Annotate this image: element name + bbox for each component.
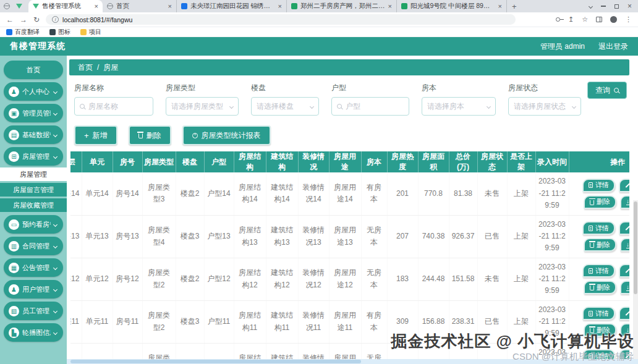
user-icon: ♟ [9, 87, 19, 97]
row-delete-button[interactable]: 删除 [584, 323, 616, 337]
sidebar-item-6[interactable]: ▥合同管理 [4, 237, 63, 255]
add-button[interactable]: + 新增 [74, 125, 117, 145]
edit-icon [625, 268, 629, 273]
filter-select[interactable]: 请选择房屋类型 [166, 97, 239, 116]
unlist-button[interactable]: ↓下架 [620, 323, 629, 337]
password-key-icon[interactable] [556, 17, 560, 22]
tab-close-icon[interactable]: × [168, 2, 172, 10]
trash-icon [138, 133, 143, 138]
unlist-button[interactable]: ↓下架 [620, 195, 629, 209]
sidebar-item-0[interactable]: 首页 [4, 61, 63, 79]
sidebar-subitem-1[interactable]: 房屋留言管理 [0, 183, 67, 197]
table-cell: 楼盘2 [176, 172, 204, 215]
report-button[interactable]: 房屋类型统计报表 [182, 125, 271, 145]
side-panel-icon[interactable] [596, 17, 602, 22]
horizontal-scrollbar [67, 359, 638, 364]
horizontal-scrollbar-thumb[interactable] [70, 360, 361, 363]
filter-input-field[interactable] [88, 102, 148, 111]
filter-input-field[interactable] [346, 102, 404, 111]
close-window-icon[interactable]: × [627, 2, 632, 11]
globe-icon[interactable] [4, 3, 10, 9]
breadcrumb-home[interactable]: 首页 [78, 62, 93, 73]
sidebar-item-8[interactable]: ♟用户管理 [4, 280, 63, 298]
select-placeholder: 请选择房本 [427, 101, 464, 112]
filter-label: 房屋类型 [166, 83, 239, 93]
tab-close-icon[interactable]: × [278, 2, 282, 10]
table-cell: 楼盘3 [176, 300, 204, 343]
browser-tab-1[interactable]: 首页× [103, 0, 177, 12]
browser-tab-2[interactable]: 未央璟江南园田花园 锦绣三居× [177, 0, 287, 12]
minimize-icon[interactable] [601, 6, 606, 6]
tab-close-icon[interactable]: × [388, 2, 392, 10]
filter-select[interactable]: 请选择房屋状态 [508, 97, 581, 116]
detail-icon [589, 268, 593, 274]
logout-link[interactable]: 退出登录 [598, 41, 628, 52]
sidebar-subitem-2[interactable]: 房屋收藏管理 [0, 198, 67, 212]
site-info-icon[interactable]: i [52, 16, 59, 23]
edit-button[interactable]: 修改 [619, 179, 629, 192]
action-buttons: 详情修改删除↓下架 [571, 221, 630, 252]
table-cell: 建筑结构11 [266, 300, 298, 343]
bookmark-star-icon[interactable]: ☆ [582, 15, 588, 23]
sidebar-item-7[interactable]: ▦公告管理 [4, 258, 63, 277]
browser-tab-4[interactable]: 阳光城9号院 中间楼层 89平三居× [397, 0, 507, 12]
profile-avatar[interactable] [610, 16, 617, 23]
detail-button[interactable]: 详情 [582, 221, 615, 235]
vue-icon[interactable] [16, 4, 22, 9]
table-cell: 单元11 [82, 300, 113, 343]
url-bar[interactable]: i localhost:8081/#/fangwu [46, 14, 516, 25]
restore-icon[interactable] [615, 4, 619, 9]
browser-tab-3[interactable]: 郑州二手房房产网，郑州二手房× [287, 0, 397, 12]
sidebar-item-4[interactable]: ⊞房屋管理 [4, 147, 63, 166]
new-tab-button[interactable]: + [512, 2, 517, 11]
filter-select[interactable]: 请选择房本 [422, 97, 496, 116]
detail-button[interactable]: 详情 [582, 179, 615, 192]
column-header: 单元 [82, 151, 113, 172]
back-icon[interactable]: ← [6, 15, 14, 24]
table-cell: 户型12 [204, 258, 234, 300]
row-delete-button[interactable]: 删除 [584, 195, 616, 209]
filter-input[interactable] [74, 97, 153, 116]
sidebar-item-3[interactable]: ▤基础数据管理 [4, 125, 63, 144]
pinned-tabs [4, 3, 22, 9]
share-icon[interactable]: ↥ [568, 15, 574, 23]
row-delete-icon [590, 243, 594, 248]
detail-button[interactable]: 详情 [582, 264, 615, 277]
edit-button[interactable]: 修改 [619, 264, 629, 277]
unlist-button[interactable]: ↓下架 [620, 281, 629, 294]
unlist-icon: ↓ [626, 327, 629, 334]
sidebar-item-9[interactable]: ▧员工管理 [4, 302, 63, 320]
chrome-menu-chevron-icon[interactable] [589, 4, 593, 8]
unlist-button[interactable]: ↓下架 [620, 238, 629, 252]
bookmark-2[interactable]: 项目 [80, 28, 101, 36]
edit-button[interactable]: 修改 [619, 221, 629, 235]
tab-close-icon[interactable]: × [95, 2, 98, 10]
sidebar-item-10[interactable]: ▙轮播图信息 [4, 323, 63, 342]
vertical-scrollbar-thumb[interactable] [634, 201, 637, 294]
forward-icon[interactable]: → [20, 15, 27, 24]
tab-close-icon[interactable]: × [498, 2, 502, 10]
table-cell: 装修情况13 [298, 215, 329, 258]
sidebar-item-2[interactable]: ▣管理员管理 [4, 104, 63, 122]
edit-button[interactable]: 修改 [619, 307, 629, 320]
refresh-icon[interactable]: ↻ [33, 15, 40, 24]
row-delete-button[interactable]: 删除 [584, 281, 616, 294]
current-user-label: 管理员 admin [540, 41, 585, 52]
filter-input[interactable] [331, 97, 409, 116]
app-header: 售楼管理系统 管理员 admin 退出登录 [0, 37, 638, 56]
search-button[interactable]: 查询 [587, 82, 627, 99]
sidebar-item-1[interactable]: ♟个人中心 [4, 82, 63, 101]
row-delete-button[interactable]: 删除 [584, 238, 616, 252]
sidebar-subitem-0[interactable]: 房屋管理 [0, 167, 67, 181]
browser-tab-0[interactable]: 售楼管理系统× [28, 0, 103, 12]
bookmark-0[interactable]: 百度翻译 [6, 28, 40, 36]
detail-button[interactable]: 详情 [582, 307, 615, 320]
row-delete-icon [590, 286, 594, 290]
chevron-down-icon [53, 265, 57, 269]
vue-icon [33, 4, 39, 9]
chrome-menu-icon[interactable]: ⋮ [625, 15, 632, 23]
bookmark-1[interactable]: 图标 [49, 28, 70, 36]
delete-button[interactable]: 删除 [129, 125, 171, 145]
sidebar-item-5[interactable]: ▭预约看房管理 [4, 215, 63, 234]
filter-select[interactable]: 请选择楼盘 [251, 97, 319, 116]
